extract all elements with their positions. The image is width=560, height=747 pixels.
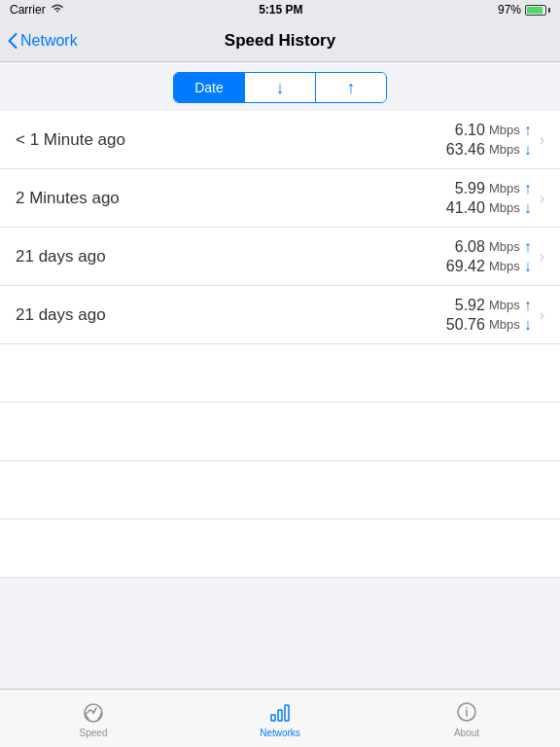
carrier-label: Carrier	[10, 3, 46, 17]
download-row: 69.42 Mbps ↓	[446, 258, 532, 275]
item-right: 6.08 Mbps ↑ 69.42 Mbps ↓ ›	[446, 238, 544, 275]
upload-row: 5.99 Mbps ↑	[455, 180, 532, 197]
download-speed: 69.42	[446, 258, 485, 275]
download-speed: 41.40	[446, 199, 485, 217]
networks-icon	[267, 699, 293, 725]
upload-row: 5.92 Mbps ↑	[455, 297, 532, 314]
upload-row: 6.08 Mbps ↑	[455, 238, 532, 256]
upload-unit: Mbps	[489, 123, 520, 137]
chevron-right-icon: ›	[540, 131, 544, 149]
tab-about-label: About	[454, 728, 479, 738]
download-speed: 63.46	[446, 141, 485, 159]
item-speeds: 5.92 Mbps ↑ 50.76 Mbps ↓	[446, 297, 532, 334]
svg-rect-1	[271, 715, 275, 721]
tab-networks-label: Networks	[260, 728, 300, 738]
upload-row: 6.10 Mbps ↑	[455, 122, 532, 139]
tab-networks[interactable]: Networks	[187, 699, 373, 738]
upload-arrow-icon: ↑	[524, 298, 532, 313]
battery-icon	[525, 5, 550, 16]
download-unit: Mbps	[489, 200, 520, 215]
upload-arrow-icon: ↑	[524, 181, 532, 196]
svg-rect-2	[278, 710, 282, 721]
back-button[interactable]: Network	[8, 32, 78, 50]
upload-speed: 5.92	[455, 297, 485, 314]
segment-container: Date ↓ ↑	[0, 62, 560, 111]
download-row: 41.40 Mbps ↓	[446, 199, 532, 217]
list-item[interactable]: 2 Minutes ago 5.99 Mbps ↑ 41.40 Mbps ↓ ›	[0, 169, 560, 228]
segment-date[interactable]: Date	[174, 73, 245, 102]
upload-unit: Mbps	[489, 298, 520, 312]
download-row: 63.46 Mbps ↓	[446, 141, 532, 159]
upload-speed: 6.08	[455, 238, 485, 256]
download-arrow-icon: ↓	[524, 142, 532, 158]
info-icon	[454, 699, 479, 725]
tab-speed[interactable]: Speed	[0, 699, 187, 738]
item-right: 5.92 Mbps ↑ 50.76 Mbps ↓ ›	[446, 297, 544, 334]
upload-arrow-icon: ↑	[524, 239, 532, 255]
back-label: Network	[20, 32, 78, 50]
item-time-label: 21 days ago	[16, 305, 106, 325]
status-bar: Carrier 5:15 PM 97%	[0, 0, 560, 19]
svg-rect-3	[285, 705, 289, 721]
download-speed: 50.76	[446, 316, 485, 334]
item-time-label: < 1 Minute ago	[16, 130, 125, 150]
download-unit: Mbps	[489, 317, 520, 332]
upload-arrow-icon: ↑	[524, 123, 532, 138]
status-left: Carrier	[10, 3, 64, 17]
item-right: 6.10 Mbps ↑ 63.46 Mbps ↓ ›	[446, 122, 544, 159]
tab-about[interactable]: About	[373, 699, 560, 738]
empty-row	[0, 519, 560, 578]
chevron-right-icon: ›	[540, 190, 544, 207]
empty-row	[0, 461, 560, 519]
download-row: 50.76 Mbps ↓	[446, 316, 532, 334]
chevron-right-icon: ›	[540, 248, 544, 266]
item-speeds: 5.99 Mbps ↑ 41.40 Mbps ↓	[446, 180, 532, 217]
page-title: Speed History	[225, 31, 335, 51]
item-speeds: 6.08 Mbps ↑ 69.42 Mbps ↓	[446, 238, 532, 275]
tab-bar: Speed Networks About	[0, 689, 560, 747]
item-time-label: 2 Minutes ago	[16, 189, 120, 208]
empty-row	[0, 344, 560, 403]
upload-unit: Mbps	[489, 239, 520, 254]
download-arrow-icon: ↓	[524, 317, 532, 333]
upload-speed: 6.10	[455, 122, 485, 139]
chevron-right-icon: ›	[540, 306, 544, 324]
item-right: 5.99 Mbps ↑ 41.40 Mbps ↓ ›	[446, 180, 544, 217]
download-arrow-icon: ↓	[524, 259, 532, 274]
item-speeds: 6.10 Mbps ↑ 63.46 Mbps ↓	[446, 122, 532, 159]
status-time: 5:15 PM	[259, 3, 302, 17]
list-item[interactable]: 21 days ago 6.08 Mbps ↑ 69.42 Mbps ↓ ›	[0, 228, 560, 286]
upload-speed: 5.99	[455, 180, 485, 197]
wifi-icon	[51, 3, 64, 17]
list-item[interactable]: 21 days ago 5.92 Mbps ↑ 50.76 Mbps ↓ ›	[0, 286, 560, 344]
segment-download[interactable]: ↓	[245, 73, 316, 102]
back-chevron-icon	[8, 33, 18, 49]
empty-row	[0, 403, 560, 461]
list-item[interactable]: < 1 Minute ago 6.10 Mbps ↑ 63.46 Mbps ↓ …	[0, 111, 560, 169]
download-arrow-icon: ↓	[524, 200, 532, 216]
item-time-label: 21 days ago	[16, 247, 106, 267]
speedometer-icon	[81, 699, 106, 725]
tab-speed-label: Speed	[80, 728, 108, 738]
sort-segment-control: Date ↓ ↑	[173, 72, 387, 103]
download-unit: Mbps	[489, 142, 520, 157]
nav-bar: Network Speed History	[0, 19, 560, 62]
speed-history-list: < 1 Minute ago 6.10 Mbps ↑ 63.46 Mbps ↓ …	[0, 111, 560, 578]
segment-upload[interactable]: ↑	[316, 73, 386, 102]
battery-percent: 97%	[498, 3, 521, 17]
svg-point-6	[466, 706, 468, 708]
status-right: 97%	[498, 3, 550, 17]
upload-unit: Mbps	[489, 181, 520, 196]
download-unit: Mbps	[489, 259, 520, 273]
